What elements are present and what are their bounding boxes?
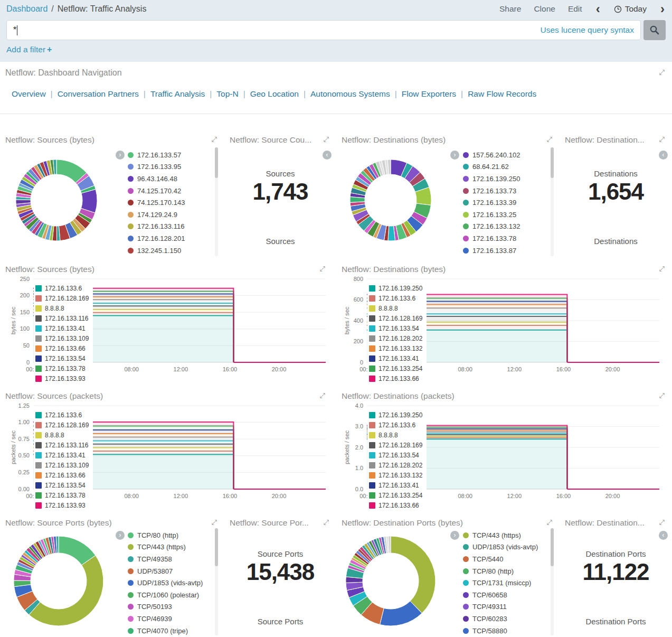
legend-item[interactable]: 74.125.170.42: [128, 185, 185, 197]
legend-item[interactable]: 172.16.133.66: [369, 373, 422, 383]
legend-item[interactable]: UDP/1853 (vids-avtp): [128, 577, 203, 589]
legend-item[interactable]: 172.16.133.41: [369, 480, 422, 490]
legend-item[interactable]: 172.16.128.169: [35, 293, 89, 303]
expand-panel-icon[interactable]: ⤢: [212, 135, 217, 144]
legend-item[interactable]: 96.43.146.48: [128, 173, 185, 185]
time-back-button[interactable]: ‹: [595, 4, 601, 14]
scrollbar-thumb[interactable]: [551, 528, 554, 566]
legend-item[interactable]: 174.129.24.9: [128, 209, 185, 221]
expand-panel-icon[interactable]: ⤢: [320, 391, 325, 400]
expand-panel-icon[interactable]: ⤢: [547, 135, 552, 144]
legend-item[interactable]: 172.16.133.41: [35, 450, 89, 460]
edit-button[interactable]: Edit: [568, 4, 582, 14]
legend-item[interactable]: TCP/443 (https): [128, 541, 203, 554]
legend-collapse-icon[interactable]: ›: [116, 151, 125, 160]
expand-panel-icon[interactable]: ⤢: [324, 518, 329, 527]
legend-item[interactable]: 172.16.133.6: [35, 283, 89, 293]
legend-item[interactable]: 172.16.128.202: [369, 460, 422, 470]
legend-item[interactable]: 172.16.133.116: [128, 221, 185, 233]
legend-item[interactable]: 172.16.133.87: [463, 245, 520, 257]
legend-item[interactable]: 172.16.139.250: [463, 173, 520, 185]
legend-item[interactable]: 172.16.139.250: [369, 283, 422, 293]
legend-item[interactable]: TCP/1731 (msiccp): [463, 577, 538, 589]
nav-link-geo-location[interactable]: Geo Location: [250, 89, 299, 98]
legend-item[interactable]: 172.16.128.169: [369, 440, 422, 450]
legend-item[interactable]: 172.16.133.54: [35, 353, 89, 363]
legend-item[interactable]: TCP/60658: [463, 589, 538, 601]
legend-item[interactable]: 172.16.133.254: [369, 490, 422, 500]
legend-item[interactable]: 172.16.133.78: [463, 232, 520, 245]
destinations-bytes-donut-chart[interactable]: [349, 159, 432, 241]
nav-link-flow-exporters[interactable]: Flow Exporters: [402, 89, 456, 98]
legend-item[interactable]: 172.16.133.132: [463, 221, 520, 233]
legend-collapse-icon[interactable]: ‹: [659, 531, 668, 540]
scrollbar-thumb[interactable]: [215, 528, 218, 566]
legend-item[interactable]: 172.16.133.116: [35, 440, 89, 450]
legend-item[interactable]: 172.16.133.109: [35, 333, 89, 343]
destination-ports-donut-chart[interactable]: [345, 536, 436, 626]
legend-item[interactable]: 172.16.133.66: [35, 470, 89, 480]
legend-item[interactable]: 172.16.133.6: [369, 293, 422, 303]
legend-item[interactable]: 172.16.133.78: [35, 363, 89, 373]
legend-scrollbar[interactable]: [215, 528, 218, 635]
legend-item[interactable]: 8.8.8.8: [35, 303, 89, 313]
share-button[interactable]: Share: [499, 4, 521, 14]
lucene-syntax-link[interactable]: Uses lucene query syntax: [541, 25, 634, 35]
expand-panel-icon[interactable]: ⤢: [659, 265, 665, 273]
add-filter-link[interactable]: Add a filter+: [6, 45, 52, 54]
legend-collapse-icon[interactable]: ›: [450, 531, 459, 540]
sources-bytes-donut-chart[interactable]: [15, 159, 98, 241]
legend-collapse-icon[interactable]: ›: [450, 151, 459, 160]
legend-collapse-icon[interactable]: ›: [116, 531, 125, 540]
legend-scrollbar[interactable]: [215, 147, 218, 256]
scrollbar-thumb[interactable]: [215, 147, 218, 178]
expand-panel-icon[interactable]: ⤢: [324, 135, 329, 144]
nav-link-overview[interactable]: Overview: [12, 89, 46, 98]
legend-item[interactable]: 172.16.128.201: [128, 232, 185, 245]
legend-collapse-icon[interactable]: ‹: [323, 151, 332, 160]
legend-item[interactable]: 172.16.128.169: [35, 420, 89, 430]
legend-item[interactable]: 172.16.133.109: [35, 460, 89, 470]
query-input[interactable]: * Uses lucene query syntax: [6, 20, 641, 40]
legend-item[interactable]: TCP/46939: [128, 613, 203, 625]
time-forward-button[interactable]: ›: [659, 4, 666, 14]
legend-item[interactable]: 157.56.240.102: [463, 149, 520, 161]
search-button[interactable]: [643, 20, 666, 40]
legend-item[interactable]: 68.64.21.62: [463, 161, 520, 173]
legend-item[interactable]: 172.16.133.132: [369, 470, 422, 480]
legend-item[interactable]: 172.16.128.169: [369, 313, 422, 323]
legend-item[interactable]: 172.16.133.39: [463, 196, 520, 209]
scrollbar-thumb[interactable]: [551, 147, 554, 178]
legend-item[interactable]: TCP/80 (http): [128, 529, 203, 541]
expand-panel-icon[interactable]: ⤢: [659, 518, 665, 527]
legend-item[interactable]: 74.125.170.143: [128, 196, 185, 209]
legend-item[interactable]: 172.16.133.41: [369, 353, 422, 363]
legend-item[interactable]: TCP/49358: [128, 553, 203, 565]
breadcrumb-dashboard-link[interactable]: Dashboard: [6, 4, 48, 14]
nav-link-top-n[interactable]: Top-N: [216, 89, 238, 98]
legend-item[interactable]: 172.16.133.57: [128, 149, 185, 161]
nav-link-traffic-analysis[interactable]: Traffic Analysis: [150, 89, 205, 98]
legend-item[interactable]: 172.16.133.54: [369, 323, 422, 333]
legend-item[interactable]: TCP/1060 (polestar): [128, 589, 203, 601]
legend-scrollbar[interactable]: [551, 147, 554, 256]
legend-collapse-icon[interactable]: ‹: [659, 151, 668, 160]
legend-item[interactable]: 8.8.8.8: [369, 303, 422, 313]
expand-panel-icon[interactable]: ⤢: [547, 518, 552, 527]
legend-item[interactable]: 8.8.8.8: [35, 430, 89, 440]
legend-item[interactable]: 172.16.133.6: [369, 420, 422, 430]
legend-item[interactable]: TCP/4070 (tripe): [128, 625, 203, 635]
legend-item[interactable]: TCP/443 (https): [463, 529, 538, 541]
legend-item[interactable]: 172.16.133.132: [369, 343, 422, 353]
legend-item[interactable]: TCP/49311: [463, 601, 538, 613]
nav-link-raw-flow-records[interactable]: Raw Flow Records: [468, 89, 536, 98]
legend-item[interactable]: 172.16.139.250: [369, 410, 422, 420]
legend-item[interactable]: 172.16.133.66: [369, 500, 422, 510]
legend-item[interactable]: 172.16.133.78: [35, 490, 89, 500]
legend-item[interactable]: UDP/53807: [128, 565, 203, 577]
legend-item[interactable]: 172.16.133.73: [463, 185, 520, 197]
expand-panel-icon[interactable]: ⤢: [659, 68, 665, 77]
legend-item[interactable]: TCP/58880: [463, 625, 538, 635]
legend-item[interactable]: 172.16.133.116: [35, 313, 89, 323]
expand-panel-icon[interactable]: ⤢: [659, 135, 665, 144]
